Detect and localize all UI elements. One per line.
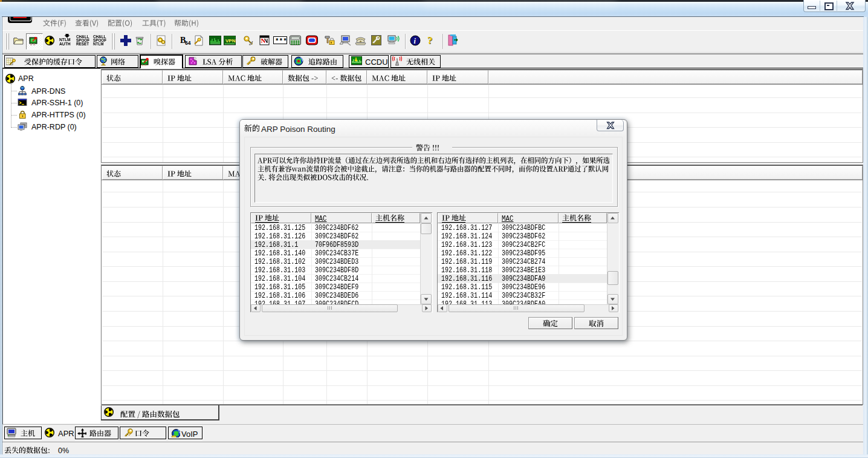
- svg-text:N: N: [261, 37, 266, 44]
- svg-text:VPN: VPN: [225, 38, 236, 44]
- svg-text:***: ***: [275, 38, 287, 44]
